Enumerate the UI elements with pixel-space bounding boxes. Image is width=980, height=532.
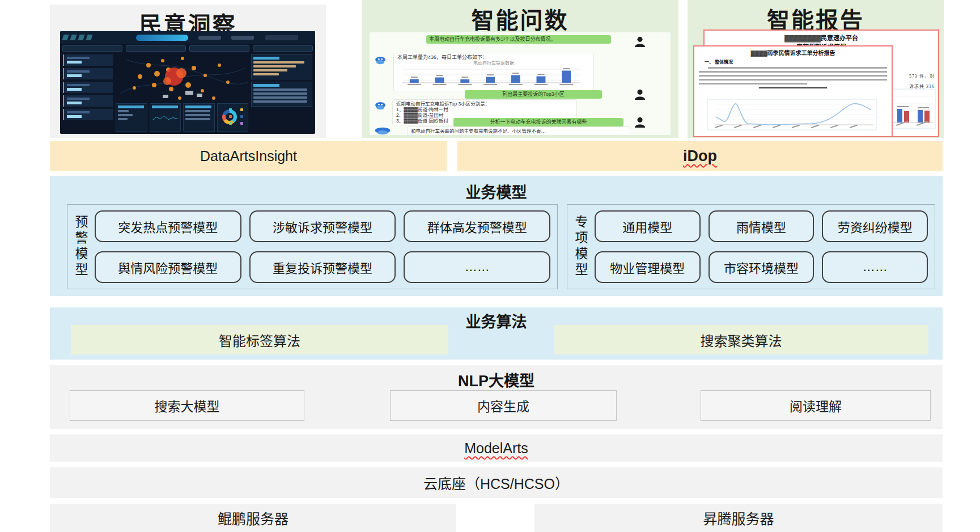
model-box: 突发热点预警模型 [95,210,241,242]
section-business-algorithms: 业务算法 智能标签算法 搜索聚类算法 [50,307,943,360]
donut-panel [217,103,249,132]
dashboard-clock [265,35,298,40]
model-box: 物业管理模型 [595,251,701,283]
model-box: 舆情风险预警模型 [95,251,241,283]
back-doc-fragment: 573 件，对 [909,73,935,79]
dashboard-header [60,31,315,44]
panel-public-opinion-insight: 民意洞察 [50,5,326,138]
dashboard-nav-chip [198,36,221,40]
model-box: 涉敏诉求预警模型 [249,210,396,242]
front-doc-line-chart [707,99,877,134]
layer-idop: iDop [457,141,943,171]
algorithm-bar-smart-label: 智能标签算法 [71,325,448,354]
dashboard-logo-bar [62,35,69,40]
layer-label: 昇腾服务器 [703,508,774,528]
complaints-bar-chart [397,66,583,86]
mini-chart-title: 电动自行车投诉数据 [397,61,590,66]
ai-avatar-icon [373,126,392,135]
stat-box [63,95,113,107]
model-box: 劳资纠纷模型 [822,210,928,242]
panel-title: 智能问数 [362,2,678,35]
user-avatar-icon [634,88,646,100]
group-label: 专项模型 [571,209,590,284]
algorithm-label: 搜索聚类算法 [701,330,782,350]
stat-box [63,109,113,120]
dashboard-logo-bar [70,35,77,40]
group-label: 预警模型 [71,209,90,284]
dashboard-left-stats [63,54,113,123]
user-question-3: 分析一下电动车充电投诉的关联因素有哪些 [453,118,623,126]
dashboard-bottom-panels [116,103,248,132]
model-box: 雨情模型 [709,210,814,242]
ai-avatar-icon [374,56,387,65]
dashboard-logo-bar [86,35,92,40]
nlp-box-reading-comprehension: 阅读理解 [701,390,931,421]
layer-label: iDop [683,147,717,165]
back-doc-title-1: ▓▓▓▓▓▓▓▓民意速办平台 [705,33,938,42]
table-panel [183,103,215,132]
user-question-1: 本周电动自行车充电投诉量有多少? 以及按日分布情况。 [426,35,611,44]
layer-label: ModelArts [464,440,528,457]
layer-label: 鲲鹏服务器 [218,508,289,528]
dashboard-logo-bar [78,35,84,40]
ai-answer-1: 本周工单量为436，每日工单分布如下： 电动自行车投诉数据 [393,53,594,91]
dashboard-filter [253,45,313,52]
layer-cloud-base: 云底座（HCS/HCSO） [50,467,943,498]
ai-avatar-icon [374,102,387,111]
model-box: 通用模型 [595,210,701,242]
layer-dataartsinsight: DataArtsInsight [50,141,447,171]
section-nlp-large-model: NLP大模型 搜索大模型 内容生成 阅读理解 [50,365,943,429]
group-special-models: 专项模型 通用模型 雨情模型 劳资纠纷模型 物业管理模型 市容环境模型 …… [567,204,935,289]
dashboard-nav-pill [136,35,188,41]
algorithm-bar-search-cluster: 搜索聚类算法 [554,325,928,354]
user-avatar-icon [634,36,646,47]
stat-box [63,68,113,79]
model-box-more: …… [404,251,550,283]
front-doc-heading: 一、 整体情况 [705,58,892,65]
model-box: 群体高发预警模型 [404,210,550,242]
front-chart-caption [759,87,827,88]
heatmap-map [114,48,251,105]
front-doc-body [694,67,892,85]
model-box-grid: 突发热点预警模型 涉敏诉求预警模型 群体高发预警模型 舆情风险预警模型 重复投诉… [95,210,550,283]
layer-label: DataArtsInsight [200,148,297,164]
stat-box [63,54,113,66]
layer-ascend-servers: 昇腾服务器 [534,504,943,532]
ai-answer-2-item: 1、▓▓▓▓街道-梅林一村 [396,107,573,112]
nlp-box-content-generation: 内容生成 [390,390,617,421]
algorithm-label: 智能标签算法 [219,330,300,350]
group-warning-models: 预警模型 突发热点预警模型 涉敏诉求预警模型 群体高发预警模型 舆情风险预警模型… [67,204,558,289]
model-box-grid: 通用模型 雨情模型 劳资纠纷模型 物业管理模型 市容环境模型 …… [595,210,928,283]
ai-answer-1-text: 本周工单量为436，每日工单分布如下： [397,54,590,61]
back-doc-bar-chart [890,88,936,133]
dashboard-screenshot [60,31,315,134]
panel-intelligent-report: 智能报告 ▓▓▓▓▓▓▓▓民意速办平台 春节假期诉求简报 （2024 年 2 月… [688,0,944,138]
model-box-more: …… [822,251,928,283]
dashboard-right-panels [251,54,312,109]
architecture-diagram: 民意洞察 [0,0,980,532]
ranking-panel [251,54,312,79]
panel-intelligent-qa: 智能问数 本周电动自行车充电投诉量有多少? 以及按日分布情况。 本周工单量为43… [362,0,678,138]
user-avatar-icon [634,116,646,128]
trend-panel [150,103,181,132]
layer-label: 云底座（HCS/HCSO） [423,472,569,493]
dashboard-filter [62,45,122,52]
chat-mock: 本周电动自行车充电投诉量有多少? 以及按日分布情况。 本周工单量为436，每日工… [370,32,671,135]
model-box: 市容环境模型 [709,251,814,283]
layer-modelarts: ModelArts [50,434,943,462]
stat-box [63,82,113,93]
dashboard-nav-chip [231,36,254,40]
ai-answer-3: 和电动自行车关联的问题主要有充电设施不足、小区管理不善… [407,126,630,135]
section-business-models: 业务模型 预警模型 突发热点预警模型 涉敏诉求预警模型 群体高发预警模型 舆情风… [50,176,943,296]
front-doc-title: ▓▓▓▓雨季民情诉求工单分析报告 [694,48,892,57]
nlp-box-search-model: 搜索大模型 [70,390,304,421]
model-box: 重复投诉预警模型 [249,251,396,283]
report-doc-front: ▓▓▓▓雨季民情诉求工单分析报告 一、 整体情况 [693,45,893,137]
ai-answer-2-intro: 近期电动自行车充电投诉Top 3小区分别是： [396,101,573,107]
stat-panel [116,103,147,132]
ai-answer-2-item: 2、▓▓▓▓街道-益田村 [396,112,573,118]
user-question-2: 列出最主要投诉的Top3小区 [465,90,602,99]
section-title: 业务模型 [50,180,943,202]
layer-kunpeng-servers: 鲲鹏服务器 [50,504,456,532]
list-panel [251,82,312,107]
